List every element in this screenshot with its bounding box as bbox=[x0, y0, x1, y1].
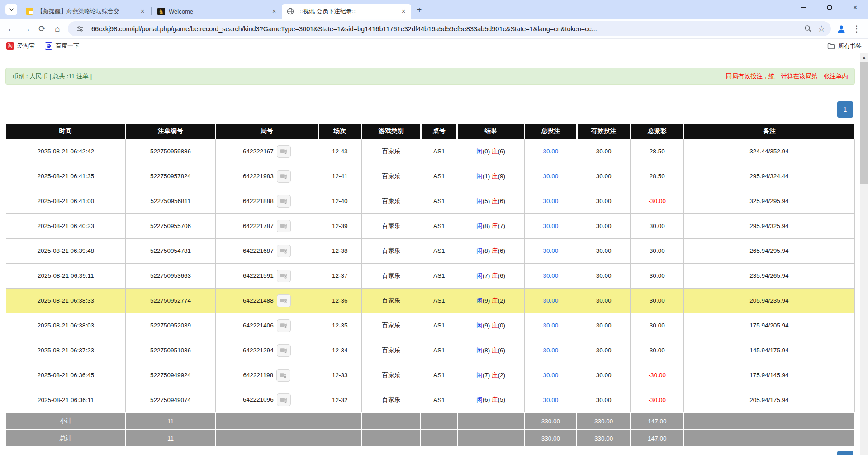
cell-round-number: 642221888 bbox=[215, 189, 318, 213]
video-replay-button[interactable] bbox=[277, 294, 291, 307]
cell-result: 闲(5) 庄(6) bbox=[457, 189, 524, 213]
cell-bet-number: 522750952039 bbox=[126, 313, 216, 338]
cell-valid-bet: 30.00 bbox=[577, 388, 630, 412]
cell-payout: -30.00 bbox=[631, 189, 684, 213]
cell-valid-bet: 30.00 bbox=[577, 338, 630, 363]
summary-count: 11 bbox=[126, 412, 216, 430]
cell-bet-number: 522750959886 bbox=[126, 139, 216, 164]
cell-total-bet[interactable]: 30.00 bbox=[524, 388, 577, 412]
cell-total-bet[interactable]: 30.00 bbox=[524, 189, 577, 213]
pagination-page-1-button[interactable]: 1 bbox=[837, 101, 853, 118]
cell-round-number: 642221983 bbox=[215, 164, 318, 189]
cell-total-bet[interactable]: 30.00 bbox=[524, 238, 577, 263]
video-replay-button[interactable] bbox=[277, 270, 291, 282]
tab-bet-record[interactable]: :::视讯 会员下注纪录::: × bbox=[282, 4, 411, 19]
video-replay-button[interactable] bbox=[276, 369, 290, 382]
video-replay-icon bbox=[280, 347, 288, 354]
address-bar[interactable]: 66cxkj98.com/ipl/portal.php/game/betreco… bbox=[68, 21, 831, 36]
result-banker: 庄 bbox=[492, 396, 498, 403]
forward-button[interactable]: → bbox=[19, 21, 34, 37]
tab-forum[interactable]: 【新提醒】海燕策略论坛综合交 × bbox=[21, 4, 150, 19]
cell-total-bet[interactable]: 30.00 bbox=[524, 338, 577, 363]
cell-total-bet[interactable]: 30.00 bbox=[524, 213, 577, 238]
cell-table-number: AS1 bbox=[421, 164, 457, 189]
video-replay-button[interactable] bbox=[277, 245, 291, 257]
tab-welcome[interactable]: ♞ Welcome × bbox=[152, 4, 282, 19]
video-replay-icon bbox=[280, 198, 288, 204]
video-replay-icon bbox=[280, 297, 288, 304]
video-replay-button[interactable] bbox=[277, 145, 291, 158]
scrollbar-thumb[interactable] bbox=[860, 62, 868, 184]
cell-result: 闲(8) 庄(6) bbox=[457, 338, 524, 363]
cell-result: 闲(0) 庄(6) bbox=[457, 139, 524, 164]
cell-game-type: 百家乐 bbox=[361, 139, 421, 164]
cell-game-type: 百家乐 bbox=[361, 363, 421, 388]
cell-total-bet[interactable]: 30.00 bbox=[524, 288, 577, 313]
vertical-scrollbar[interactable]: ▲ bbox=[860, 53, 868, 455]
pagination-bottom-button[interactable] bbox=[837, 451, 853, 455]
cell-result: 闲(7) 庄(6) bbox=[457, 263, 524, 288]
close-window-button[interactable]: × bbox=[842, 0, 868, 15]
all-bookmarks[interactable]: 所有书签 bbox=[821, 42, 862, 50]
cell-session: 12-40 bbox=[318, 189, 361, 213]
reload-button[interactable]: ⟳ bbox=[34, 21, 50, 37]
cell-payout: 30.00 bbox=[631, 313, 684, 338]
profile-avatar-icon[interactable] bbox=[834, 21, 849, 37]
video-replay-button[interactable] bbox=[277, 170, 291, 183]
close-tab-icon[interactable]: × bbox=[270, 7, 278, 15]
tab-list-chevron-button[interactable] bbox=[5, 4, 17, 15]
video-replay-button[interactable] bbox=[277, 195, 291, 208]
cell-total-bet[interactable]: 30.00 bbox=[524, 313, 577, 338]
close-tab-icon[interactable]: × bbox=[138, 7, 147, 15]
bet-record-row: 2025-08-21 06:41:00522750956811642221888… bbox=[6, 189, 854, 213]
cell-total-bet[interactable]: 30.00 bbox=[524, 164, 577, 189]
new-tab-button[interactable]: + bbox=[413, 4, 426, 16]
cell-bet-number: 522750955706 bbox=[126, 213, 216, 238]
home-button[interactable]: ⌂ bbox=[50, 21, 65, 37]
video-replay-button[interactable] bbox=[277, 393, 291, 406]
bet-record-row: 2025-08-21 06:42:42522750959886642222167… bbox=[6, 139, 854, 164]
bookmark-label: 百度一下 bbox=[56, 42, 79, 50]
cell-valid-bet: 30.00 bbox=[577, 288, 630, 313]
back-button[interactable]: ← bbox=[4, 21, 19, 37]
cell-payout: 30.00 bbox=[631, 238, 684, 263]
bet-record-row: 2025-08-21 06:41:35522750957824642221983… bbox=[6, 164, 854, 189]
cell-bet-number: 522750956811 bbox=[126, 189, 216, 213]
close-tab-icon[interactable]: × bbox=[399, 7, 408, 15]
cell-time: 2025-08-21 06:38:03 bbox=[6, 313, 126, 338]
site-settings-icon[interactable] bbox=[73, 22, 87, 36]
currency-summary-text: 币别 : 人民币 | 总共 :11 注单 | bbox=[12, 72, 92, 81]
video-replay-button[interactable] bbox=[277, 344, 291, 357]
cell-total-bet[interactable]: 30.00 bbox=[524, 263, 577, 288]
video-replay-button[interactable] bbox=[277, 319, 291, 332]
column-header: 注单编号 bbox=[126, 124, 216, 139]
cell-total-bet[interactable]: 30.00 bbox=[524, 139, 577, 164]
summary-payout: 147.00 bbox=[631, 430, 684, 447]
result-banker: 庄 bbox=[492, 223, 498, 229]
cell-result: 闲(7) 庄(2) bbox=[457, 363, 524, 388]
page-content: 币别 : 人民币 | 总共 :11 注单 | 同局有效投注，统一计算在该局第一张… bbox=[0, 53, 868, 455]
column-header: 结果 bbox=[457, 124, 524, 139]
bet-record-row: 2025-08-21 06:36:45522750949924642221198… bbox=[6, 363, 854, 388]
bet-record-row: 2025-08-21 06:39:11522750953663642221591… bbox=[6, 263, 854, 288]
cell-game-type: 百家乐 bbox=[361, 388, 421, 412]
cell-round-number: 642221198 bbox=[215, 363, 318, 388]
maximize-button[interactable] bbox=[816, 0, 842, 15]
video-replay-button[interactable] bbox=[277, 220, 291, 232]
table-header-row: 时间注单编号局号场次游戏类别桌号结果总投注有效投注总派彩备注 bbox=[6, 124, 854, 139]
cell-game-type: 百家乐 bbox=[361, 213, 421, 238]
minimize-button[interactable] bbox=[791, 0, 816, 15]
bookmark-aitaobao[interactable]: 淘 爱淘宝 bbox=[6, 42, 35, 50]
cell-payout: 30.00 bbox=[631, 213, 684, 238]
bookmark-baidu[interactable]: 百度一下 bbox=[45, 42, 79, 50]
cell-total-bet[interactable]: 30.00 bbox=[524, 363, 577, 388]
cell-valid-bet: 30.00 bbox=[577, 139, 630, 164]
zoom-out-icon[interactable] bbox=[801, 22, 815, 36]
bookmark-star-icon[interactable]: ☆ bbox=[815, 22, 828, 36]
cell-remark: 205.94/235.94 bbox=[684, 288, 854, 313]
browser-menu-button[interactable]: ⋮ bbox=[849, 21, 864, 37]
bet-record-row: 2025-08-21 06:39:48522750954781642221687… bbox=[6, 238, 854, 263]
cell-table-number: AS1 bbox=[421, 288, 457, 313]
url-text[interactable]: 66cxkj98.com/ipl/portal.php/game/betreco… bbox=[91, 25, 801, 33]
scroll-up-arrow-icon[interactable]: ▲ bbox=[860, 53, 868, 61]
